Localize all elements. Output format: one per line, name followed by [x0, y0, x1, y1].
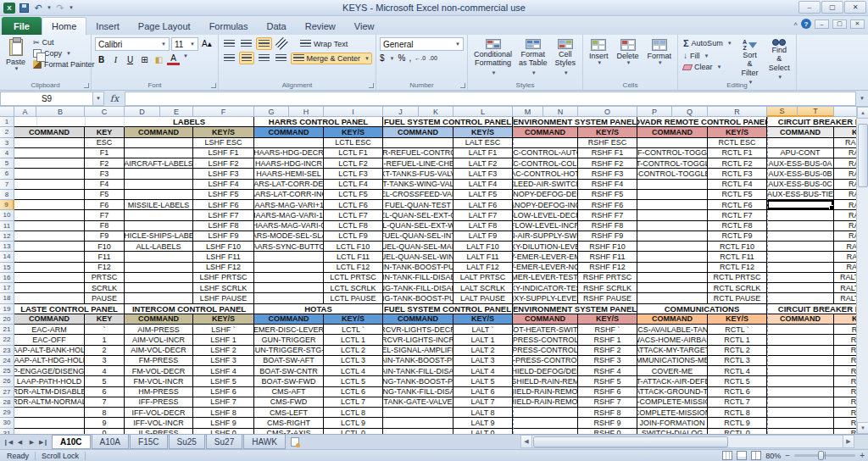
cell-M16[interactable]: OXY-EMER-LEVER-TEST/MASK — [513, 273, 578, 283]
clipboard-dialog-launcher-icon[interactable] — [84, 83, 89, 88]
cell-D3[interactable] — [125, 138, 193, 148]
cell-C16[interactable]: PRTSC — [85, 273, 125, 283]
close-button[interactable]: ✕ — [844, 1, 866, 14]
sheet-tab-hawk[interactable]: HAWK — [243, 435, 286, 449]
cell-D20[interactable]: COMMAND — [125, 314, 193, 325]
cell-M26[interactable]: WINDSHIELD-RAIN-REMOVAL — [513, 376, 578, 386]
fill-button[interactable]: ↓Fill▼ — [682, 50, 734, 61]
cell-G13[interactable]: HAARS-SYNC-BUTTON — [254, 242, 324, 252]
cell-S9[interactable] — [767, 200, 834, 210]
cell-P7[interactable] — [637, 180, 708, 190]
cell-L15[interactable]: LALT F12 — [453, 263, 513, 273]
cell-P17[interactable] — [637, 283, 708, 293]
find-select-button[interactable]: Find &Select ▼ — [766, 37, 793, 78]
cell-P8[interactable] — [637, 190, 708, 200]
cell-O23[interactable]: RSHF 2 — [578, 346, 637, 356]
maximize-button[interactable]: ▢ — [821, 1, 843, 14]
row-header-27[interactable]: 27 — [0, 387, 14, 397]
row-header-21[interactable]: 21 — [0, 325, 14, 335]
row-header-29[interactable]: 29 — [0, 408, 14, 418]
cell-I14[interactable]: LCTL F11 — [324, 252, 383, 262]
cell-D23[interactable]: AIM-VOL-DECR — [125, 346, 193, 356]
cell-I5[interactable]: LCTL F2 — [324, 158, 383, 169]
cell-M20[interactable]: COMMAND — [513, 314, 578, 325]
cell-S25[interactable] — [767, 366, 834, 376]
cell-I24[interactable]: LCTL 3 — [324, 356, 383, 366]
cell-S10[interactable] — [767, 210, 834, 220]
cell-C5[interactable]: F2 — [85, 158, 125, 169]
cell-C7[interactable]: F4 — [85, 180, 125, 190]
cell-A18[interactable] — [14, 293, 85, 303]
cell-J6[interactable]: EXT-TANKS-FUS-VALVE — [383, 169, 453, 179]
cell-A28[interactable]: RDR-ALTM-NORMAL — [14, 397, 85, 408]
cell-G7[interactable]: HAARS-LAT-CORR-DECR — [254, 180, 324, 190]
cell-S18[interactable] — [767, 293, 834, 303]
cell-R4[interactable]: RCTL F1 — [708, 148, 767, 158]
underline-button[interactable]: U — [124, 53, 136, 66]
cell-M3[interactable] — [513, 138, 578, 148]
cell-C13[interactable]: F10 — [85, 242, 125, 252]
cell-D17[interactable] — [125, 283, 193, 293]
cell-O16[interactable]: RSHF PRTSC — [578, 273, 637, 283]
cell-C11[interactable]: F8 — [85, 221, 125, 231]
cell-S20[interactable]: COMMAND — [767, 314, 834, 325]
cell-O24[interactable]: RSHF 3 — [578, 356, 637, 366]
cell-O10[interactable]: RSHF F7 — [578, 210, 637, 220]
cell-I20[interactable]: KEY/S — [324, 314, 383, 325]
col-header-N[interactable]: N — [543, 107, 578, 117]
cell-O27[interactable]: RSHF 6 — [578, 387, 637, 397]
cell-C28[interactable]: 7 — [85, 397, 125, 408]
cell-R5[interactable]: RCTL F2 — [708, 158, 767, 169]
cell-I13[interactable]: LCTL F10 — [324, 242, 383, 252]
tab-insert[interactable]: Insert — [86, 17, 129, 35]
tab-data[interactable]: Data — [257, 17, 295, 35]
cell-L18[interactable]: LALT PAUSE — [453, 293, 513, 303]
cell-L11[interactable]: LALT F8 — [453, 221, 513, 231]
cell-O25[interactable]: RSHF 4 — [578, 366, 637, 376]
vertical-scrollbar[interactable]: ▲▼ — [856, 107, 868, 434]
col-header-P[interactable]: P — [637, 107, 672, 117]
cell-O4[interactable]: RSHF F1 — [578, 148, 637, 158]
cell-I9[interactable]: LCTL F6 — [324, 200, 383, 210]
cell-A9[interactable] — [14, 200, 85, 210]
cell-J26[interactable]: L-WING-TANK-BOOST-PUMP — [383, 376, 453, 386]
cell-O22[interactable]: RSHF 1 — [578, 335, 637, 345]
cell-J29[interactable] — [383, 408, 453, 418]
cell-G9[interactable]: HAARS-MAG-VARI+15 — [254, 200, 324, 210]
cell-I4[interactable]: LCTL F1 — [324, 148, 383, 158]
cell-I2[interactable]: KEY/S — [324, 127, 383, 137]
cell-L3[interactable]: LALT ESC — [453, 138, 513, 148]
wrap-text-button[interactable]: Wrap Text — [298, 39, 349, 49]
cell-D13[interactable]: ALL-LABELS — [125, 242, 193, 252]
cell-F11[interactable]: LSHF F8 — [193, 221, 254, 231]
cell-F4[interactable]: LSHF F1 — [193, 148, 254, 158]
cell-S8[interactable]: AUX-ESS-BUS-TIE — [767, 190, 834, 200]
cell-J25[interactable]: L-MAIN-TANK-FILL-DISABLE — [383, 366, 453, 376]
cell-O11[interactable]: RSHF F8 — [578, 221, 637, 231]
cell-G20[interactable]: COMMAND — [254, 314, 324, 325]
page-layout-view-icon[interactable] — [737, 451, 747, 460]
cell-J19[interactable]: FUEL SYSTEM CONTROL PANEL — [383, 304, 513, 314]
align-top-icon[interactable] — [222, 37, 236, 50]
cell-P3[interactable] — [637, 138, 708, 148]
cell-S14[interactable] — [767, 252, 834, 262]
cell-M8[interactable]: CANOPY-DEFOG-DECR — [513, 190, 578, 200]
row-header-5[interactable]: 5 — [0, 158, 14, 169]
cell-A11[interactable] — [14, 221, 85, 231]
cell-R7[interactable]: RCTL F4 — [708, 180, 767, 190]
number-format-select[interactable]: General▼ — [380, 37, 464, 51]
cell-G4[interactable]: HAARS-HDG-DECR — [254, 148, 324, 158]
name-box-dropdown-icon[interactable]: ▼ — [93, 92, 104, 106]
cell-G19[interactable]: HOTAS — [254, 304, 383, 314]
cell-R10[interactable]: RCTL F7 — [708, 210, 767, 220]
cell-C30[interactable]: 9 — [85, 418, 125, 428]
cell-I23[interactable]: LCTL 2 — [324, 346, 383, 356]
cell-D15[interactable] — [125, 263, 193, 273]
conditional-formatting-button[interactable]: ConditionalFormatting ▼ — [471, 37, 515, 78]
cell-G18[interactable] — [254, 293, 324, 303]
cell-O3[interactable]: RSHF ESC — [578, 138, 637, 148]
cell-O5[interactable]: RSHF F2 — [578, 158, 637, 169]
cell-D18[interactable] — [125, 293, 193, 303]
cell-G21[interactable]: EMER-DISC-LEVER — [254, 325, 324, 335]
cell-D26[interactable]: FM-VOL-INCR — [125, 376, 193, 386]
